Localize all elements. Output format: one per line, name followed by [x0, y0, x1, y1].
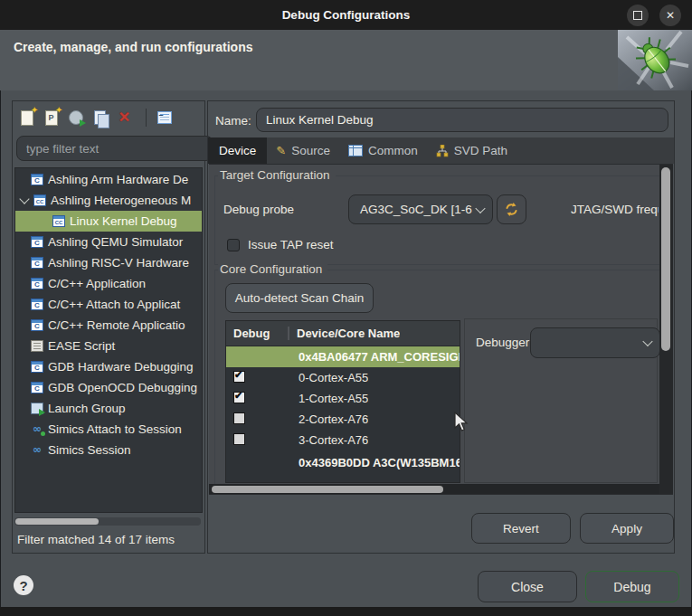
window-title: Debug Configurations [0, 0, 692, 30]
maximize-button[interactable] [627, 5, 649, 26]
refresh-icon [504, 202, 519, 217]
tab-bar: Device ✎Source Common SVD Path [208, 137, 674, 164]
device-tab-content: Target Configuration Debug probe AG3C_So… [209, 164, 673, 495]
table-row[interactable]: 1-Cortex-A55 [226, 388, 460, 409]
tree-item[interactable]: EASE Script [15, 336, 202, 356]
jtag-swd-frequency-label: JTAG/SWD freque [571, 203, 659, 216]
delete-icon: ✕ [118, 110, 130, 125]
issue-tap-reset-label: Issue TAP reset [248, 238, 334, 251]
close-dialog-button[interactable]: Close [478, 571, 577, 602]
unchecked-checkbox-icon[interactable] [233, 433, 245, 445]
window-bottom-edge [0, 607, 692, 616]
delete-button[interactable]: ✕ [112, 106, 137, 129]
tree-item[interactable]: Ashling RISC-V Hardware [15, 252, 202, 273]
new-configuration-icon: ✦ [21, 110, 33, 126]
tree-item[interactable]: Ashling Arm Hardware De [15, 169, 202, 190]
tree-item[interactable]: C/C++ Remote Applicatio [15, 315, 202, 336]
group-title: Core Configuration [218, 262, 327, 276]
tree-item[interactable]: Launch Group [15, 398, 202, 419]
configurations-panel: ✦ P✦ ✕ Ashling Arm Hardware De Ashling H… [12, 100, 205, 554]
name-label: Name: [215, 109, 251, 133]
close-button[interactable]: ✕ [659, 5, 681, 26]
debug-probe-select[interactable]: AG3C_SoC_DK [1-6 [348, 194, 493, 224]
debug-button[interactable]: Debug [585, 571, 679, 602]
tab-source[interactable]: ✎Source [267, 137, 339, 164]
export-configurations-button[interactable] [63, 106, 88, 129]
table-row[interactable]: 2-Cortex-A76 [226, 409, 460, 430]
filter-status: Filter matched 14 of 17 items [17, 533, 175, 546]
collapse-all-button[interactable] [152, 106, 176, 129]
scrollbar-thumb[interactable] [661, 167, 670, 351]
chevron-down-icon [642, 336, 652, 346]
tree-item[interactable]: GDB Hardware Debugging [15, 356, 202, 377]
tab-device[interactable]: Device [208, 137, 267, 164]
core-table-header: Debug Device/Core Name [226, 321, 460, 346]
help-button[interactable]: ? [14, 575, 33, 595]
dialog-subtitle: Create, manage, and run configurations [14, 40, 253, 54]
toolbar-separator [146, 109, 147, 127]
issue-tap-reset-checkbox[interactable] [227, 239, 240, 251]
refresh-probes-button[interactable] [497, 194, 526, 224]
source-pencil-icon: ✎ [276, 144, 286, 157]
debugger-panel: Debugger [464, 318, 658, 483]
table-row[interactable]: 0x4369B0DD A3C(W135BM16 [226, 450, 460, 474]
apply-button[interactable]: Apply [580, 513, 674, 544]
header-band: Create, manage, and run configurations [0, 30, 692, 90]
common-table-icon [348, 145, 363, 156]
tab-common[interactable]: Common [339, 137, 427, 164]
help-icon: ? [19, 578, 27, 593]
tree-item[interactable]: C/C++ Attach to Applicat [15, 294, 202, 315]
table-row[interactable]: 0-Cortex-A55 [226, 367, 460, 388]
c-application-icon [31, 174, 43, 185]
unchecked-checkbox-icon[interactable] [233, 412, 245, 424]
tab-svd-path[interactable]: SVD Path [427, 137, 517, 164]
c-application-icon [31, 299, 43, 310]
new-prototype-button[interactable]: P✦ [39, 106, 63, 129]
scrollbar-thumb[interactable] [212, 486, 443, 493]
debugger-select[interactable] [530, 327, 660, 358]
titlebar[interactable]: Debug Configurations ✕ [0, 0, 692, 30]
debug-bug-icon [618, 30, 692, 90]
autodetect-scan-chain-button[interactable]: Auto-detect Scan Chain [225, 283, 374, 313]
content-vertical-scrollbar[interactable] [659, 165, 673, 495]
tree-horizontal-scrollbar[interactable] [14, 517, 201, 526]
maximize-icon [633, 11, 642, 20]
table-row-selected[interactable]: 0x4BA06477 ARM_CORESIGH [226, 346, 460, 367]
c-application-icon [31, 236, 43, 248]
expander-chevron-icon[interactable] [19, 194, 29, 204]
c-application-icon [31, 278, 43, 289]
tree-item[interactable]: Simics Attach to Session [15, 419, 202, 440]
revert-button[interactable]: Revert [471, 513, 571, 544]
filter-input[interactable] [16, 136, 213, 161]
duplicate-button[interactable] [88, 106, 112, 129]
tree-item-selected[interactable]: Linux Kernel Debug [15, 211, 202, 232]
tree-item[interactable]: Ashling Heterogeneous M [15, 190, 202, 211]
configurations-toolbar: ✦ P✦ ✕ [14, 105, 176, 130]
tree-item[interactable]: C/C++ Application [15, 273, 202, 294]
script-icon [31, 340, 43, 352]
scrollbar-thumb[interactable] [15, 518, 99, 525]
debug-probe-label: Debug probe [223, 203, 294, 216]
checked-checkbox-icon[interactable] [233, 371, 245, 383]
launch-group-icon [31, 403, 43, 414]
duplicate-icon [94, 110, 106, 125]
table-row[interactable]: 3-Cortex-A76 [226, 430, 460, 450]
tree-item[interactable]: Simics Session [15, 440, 202, 460]
column-header-debug[interactable]: Debug [226, 327, 289, 340]
new-configuration-button[interactable]: ✦ [14, 106, 39, 129]
checked-checkbox-icon[interactable] [233, 392, 245, 403]
group-title: Target Configuration [218, 168, 336, 182]
content-horizontal-scrollbar[interactable] [209, 484, 659, 495]
cc-application-icon [33, 194, 46, 206]
tree-item[interactable]: GDB OpenOCD Debugging [15, 377, 202, 398]
export-configurations-icon [69, 110, 83, 125]
core-table[interactable]: Debug Device/Core Name 0x4BA06477 ARM_CO… [225, 320, 460, 483]
debugger-label: Debugger [476, 336, 529, 349]
cc-application-icon [52, 215, 65, 227]
name-input[interactable] [256, 108, 668, 132]
tree-item[interactable]: Ashling QEMU Simulator [15, 232, 202, 252]
configurations-tree[interactable]: Ashling Arm Hardware De Ashling Heteroge… [14, 167, 203, 513]
column-header-device-core-name[interactable]: Device/Core Name [289, 327, 400, 340]
collapse-all-icon [157, 111, 172, 124]
simics-icon [31, 444, 43, 456]
